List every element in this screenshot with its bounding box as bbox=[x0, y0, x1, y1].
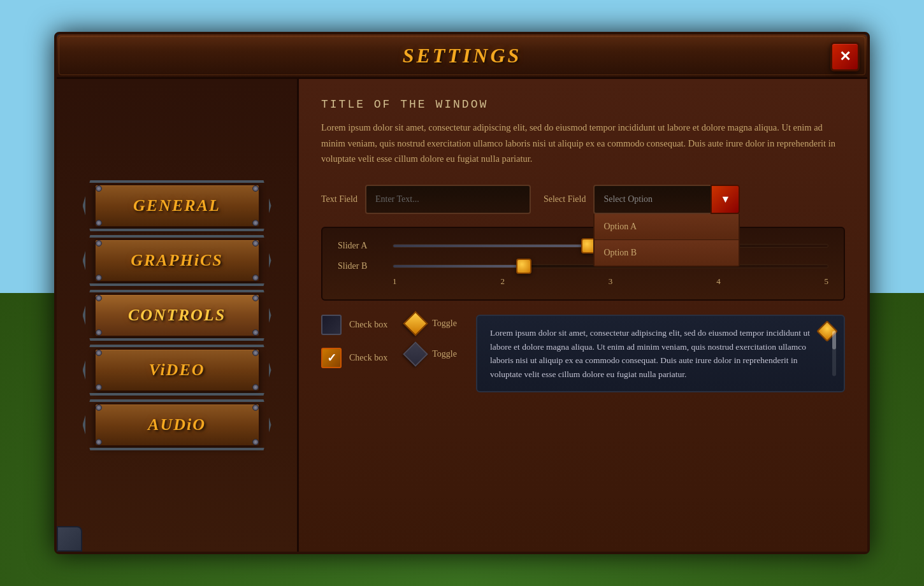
bolt-bl bbox=[96, 329, 102, 336]
close-icon: ✕ bbox=[839, 50, 851, 64]
text-input[interactable] bbox=[365, 185, 531, 214]
dropdown-option-a[interactable]: Option A bbox=[595, 214, 739, 240]
bolt-tl bbox=[96, 404, 102, 411]
checkbox-item-2[interactable]: ✓ Check box bbox=[321, 348, 387, 368]
toggle-1-diamond bbox=[403, 311, 428, 336]
scrollbar[interactable] bbox=[832, 331, 836, 376]
slider-b-fill bbox=[393, 265, 524, 268]
sidebar-label-graphics: GRAPHiCS bbox=[131, 251, 223, 270]
bolt-tr bbox=[252, 350, 259, 356]
tick-5: 5 bbox=[825, 276, 829, 287]
sidebar-label-general: GENERAL bbox=[133, 196, 220, 215]
corner-decoration-bl bbox=[57, 526, 82, 552]
checkbox-2-label: Check box bbox=[349, 353, 387, 363]
dropdown-option-b[interactable]: Option B bbox=[595, 240, 739, 266]
bolt-br bbox=[252, 439, 259, 445]
select-wrapper: Select Option ▼ Option A Option B bbox=[593, 185, 740, 214]
tick-3: 3 bbox=[609, 276, 613, 287]
text-field-label: Text Field bbox=[321, 194, 357, 204]
bolt-tl bbox=[96, 350, 102, 356]
sidebar-label-audio: AUDiO bbox=[148, 415, 206, 434]
bolt-bl bbox=[96, 439, 102, 445]
bolt-tr bbox=[252, 295, 259, 301]
bolt-br bbox=[252, 329, 259, 336]
select-placeholder: Select Option bbox=[603, 194, 653, 204]
title-bar: SETTINGS ✕ bbox=[57, 34, 867, 79]
bolt-tr bbox=[252, 240, 259, 247]
modal-overlay: SETTINGS ✕ GENERAL bbox=[0, 0, 924, 586]
sidebar-item-audio[interactable]: AUDiO bbox=[94, 403, 260, 447]
slider-tick-marks: 1 2 3 4 5 bbox=[338, 276, 828, 287]
info-box: Lorem ipsum dolor sit amet, consectetur … bbox=[476, 315, 845, 392]
select-field-label: Select Field bbox=[544, 194, 586, 204]
select-field-group: Select Field Select Option ▼ Option A Op… bbox=[544, 185, 740, 214]
sidebar-label-controls: CONTROLS bbox=[128, 306, 226, 325]
sidebar-item-controls[interactable]: CONTROLS bbox=[94, 294, 260, 337]
description-text: Lorem ipsum dolor sit amet, consectetur … bbox=[321, 120, 845, 167]
slider-a-label: Slider A bbox=[338, 241, 382, 251]
bolt-tr bbox=[252, 404, 259, 411]
sidebar-label-video: ViDEO bbox=[148, 361, 205, 380]
bolt-tl bbox=[96, 240, 102, 247]
info-box-text: Lorem ipsum dolor sit amet, consectetur … bbox=[490, 326, 831, 381]
dialog-title: SETTINGS bbox=[403, 44, 522, 68]
settings-dialog: SETTINGS ✕ GENERAL bbox=[54, 32, 870, 554]
main-content: TITLE OF THE WINDOW Lorem ipsum dolor si… bbox=[299, 79, 867, 552]
sidebar: GENERAL GRAPHiCS CONTROLS bbox=[57, 79, 299, 552]
tick-4: 4 bbox=[716, 276, 721, 287]
checkbox-1-label: Check box bbox=[349, 320, 387, 330]
checkbox-2[interactable]: ✓ bbox=[321, 348, 342, 368]
slider-b-thumb[interactable] bbox=[516, 259, 531, 274]
select-dropdown: Option A Option B bbox=[593, 214, 740, 267]
slider-b-row: Slider B bbox=[338, 261, 828, 271]
checkbox-1[interactable] bbox=[321, 315, 342, 335]
toggle-item-2[interactable]: Toggle bbox=[407, 345, 457, 363]
sliders-section: Slider A Slider B bbox=[321, 227, 845, 301]
tick-1: 1 bbox=[393, 276, 397, 287]
slider-b-label: Slider B bbox=[338, 261, 382, 271]
bolt-br bbox=[252, 384, 259, 390]
sidebar-item-general[interactable]: GENERAL bbox=[94, 184, 260, 227]
bolt-tr bbox=[252, 185, 259, 192]
sidebar-item-graphics[interactable]: GRAPHiCS bbox=[94, 239, 260, 282]
toggle-1-label: Toggle bbox=[432, 318, 457, 329]
text-field-group: Text Field bbox=[321, 185, 531, 214]
bolt-bl bbox=[96, 384, 102, 390]
bolt-tl bbox=[96, 185, 102, 192]
input-row: Text Field Select Field Select Option ▼ bbox=[321, 185, 845, 214]
toggle-2-label: Toggle bbox=[432, 349, 457, 359]
checkbox-group: Check box ✓ Check box bbox=[321, 315, 387, 368]
chevron-down-icon: ▼ bbox=[721, 194, 731, 204]
bolt-br bbox=[252, 220, 259, 226]
checkbox-item-1[interactable]: Check box bbox=[321, 315, 387, 335]
slider-a-fill bbox=[393, 245, 589, 247]
toggle-2-diamond bbox=[403, 341, 428, 367]
slider-a-row: Slider A bbox=[338, 241, 828, 251]
toggle-group: Toggle Toggle bbox=[407, 315, 457, 363]
window-title: TITLE OF THE WINDOW bbox=[321, 98, 845, 111]
checkmark-icon: ✓ bbox=[327, 351, 336, 365]
dialog-body: GENERAL GRAPHiCS CONTROLS bbox=[57, 79, 867, 552]
tick-2: 2 bbox=[500, 276, 505, 287]
toggle-item-1[interactable]: Toggle bbox=[407, 315, 457, 332]
close-button[interactable]: ✕ bbox=[830, 42, 860, 71]
sidebar-item-video[interactable]: ViDEO bbox=[94, 348, 260, 392]
select-arrow-button[interactable]: ▼ bbox=[711, 185, 740, 214]
bolt-tl bbox=[96, 295, 102, 301]
bolt-br bbox=[252, 275, 259, 281]
bolt-bl bbox=[96, 220, 102, 226]
controls-row: Check box ✓ Check box Toggle bbox=[321, 315, 845, 392]
scrollbar-thumb[interactable] bbox=[832, 331, 836, 349]
bolt-bl bbox=[96, 275, 102, 281]
